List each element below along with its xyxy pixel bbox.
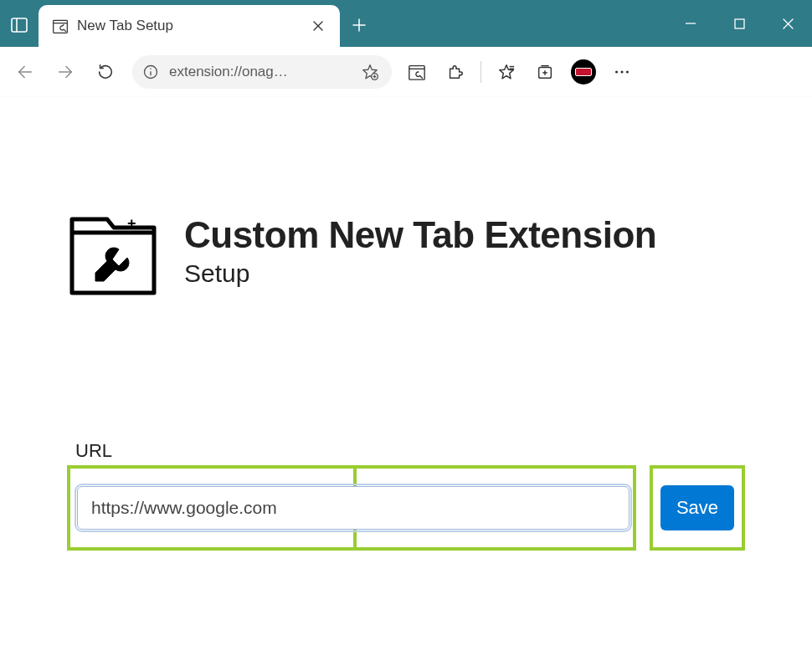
profile-avatar — [571, 59, 596, 85]
browser-tab-active[interactable]: New Tab Setup — [39, 5, 340, 47]
favorites-star-icon — [497, 63, 516, 81]
extension-newtab-button[interactable] — [398, 54, 435, 90]
window-minimize-button[interactable] — [666, 7, 715, 40]
back-arrow-icon — [16, 63, 34, 81]
extension-logo-icon: + — [67, 214, 159, 298]
tab-close-button[interactable] — [306, 14, 330, 38]
puzzle-icon — [446, 63, 465, 81]
collections-icon — [536, 63, 554, 81]
tabs-panel-icon — [11, 18, 28, 33]
window-maximize-button[interactable] — [715, 7, 763, 40]
svg-point-30 — [620, 70, 623, 73]
svg-point-29 — [615, 70, 618, 73]
maximize-icon — [734, 18, 745, 29]
extension-wrench-icon — [408, 63, 426, 81]
close-icon — [782, 18, 794, 30]
reload-icon — [96, 63, 115, 81]
window-controls — [666, 0, 812, 47]
toolbar-right — [398, 54, 640, 90]
svg-rect-0 — [12, 18, 27, 32]
url-form-row: Save — [67, 465, 745, 551]
url-form: URL Save — [67, 440, 745, 551]
nav-forward-button[interactable] — [47, 54, 84, 90]
more-dots-icon — [613, 63, 631, 81]
svg-rect-9 — [735, 19, 744, 28]
tabs-panel-button[interactable] — [0, 5, 39, 45]
add-favorite-button[interactable] — [357, 59, 383, 85]
plus-icon — [352, 18, 367, 33]
address-bar[interactable]: extension://onag… — [132, 55, 392, 89]
close-icon — [312, 20, 324, 32]
page-heading: Custom New Tab Extension — [184, 214, 656, 256]
reload-button[interactable] — [87, 54, 124, 90]
window-close-button[interactable] — [763, 7, 812, 40]
url-input-highlight — [67, 465, 636, 551]
url-input[interactable] — [77, 486, 630, 530]
more-menu-button[interactable] — [604, 54, 640, 90]
svg-point-31 — [626, 70, 629, 73]
address-text: extension://onag… — [169, 64, 352, 80]
profile-button[interactable] — [565, 54, 602, 90]
save-button-highlight: Save — [650, 465, 745, 551]
site-info-button[interactable] — [137, 59, 164, 85]
extensions-button[interactable] — [437, 54, 474, 90]
url-label: URL — [75, 440, 745, 462]
nav-back-button[interactable] — [7, 54, 44, 90]
page-subheading: Setup — [184, 259, 656, 288]
page-hero: + Custom New Tab Extension Setup — [67, 214, 745, 298]
add-favorite-icon — [361, 63, 379, 81]
tab-title: New Tab Setup — [77, 18, 298, 34]
window-titlebar: New Tab Setup — [0, 0, 812, 47]
info-icon — [142, 64, 159, 80]
hero-titles: Custom New Tab Extension Setup — [184, 214, 656, 288]
toolbar-separator — [481, 61, 481, 83]
browser-toolbar: extension://onag… — [0, 47, 812, 97]
hero-icon-wrap: + — [67, 214, 159, 298]
svg-point-16 — [150, 68, 152, 69]
svg-text:+: + — [127, 215, 136, 232]
page-content: + Custom New Tab Extension Setup URL Sav… — [0, 97, 812, 551]
new-tab-button[interactable] — [340, 5, 378, 45]
collections-button[interactable] — [527, 54, 563, 90]
favorites-button[interactable] — [488, 54, 525, 90]
extension-wrench-icon — [52, 18, 69, 34]
minimize-icon — [685, 18, 696, 29]
forward-arrow-icon — [56, 63, 75, 81]
save-button[interactable]: Save — [660, 485, 734, 530]
